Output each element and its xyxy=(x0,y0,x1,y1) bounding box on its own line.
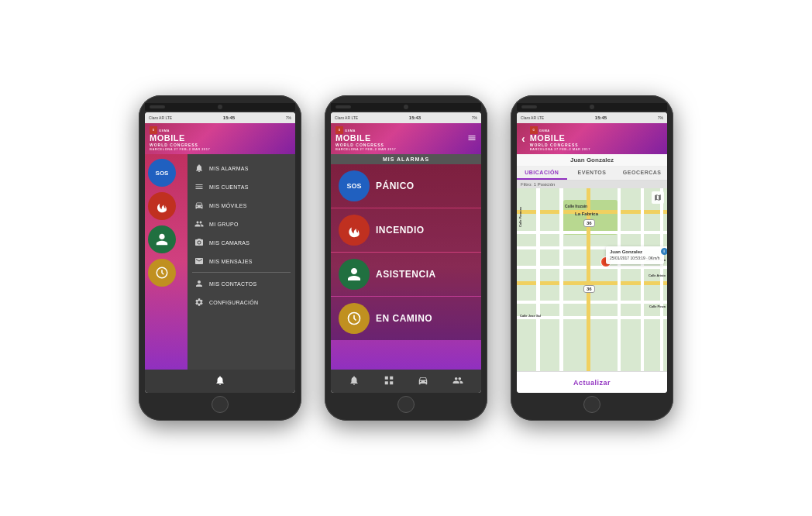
alarm-row-asistencia[interactable]: ASISTENCIA xyxy=(331,253,481,296)
app-header-1: G GSMA MOBILE WORLD CONGRESS BARCELONA 2… xyxy=(145,123,295,154)
status-bar-1: Claro AR LTE 15:45 7% xyxy=(145,112,295,123)
sos-button[interactable]: SOS xyxy=(148,159,176,187)
incendio-btn[interactable] xyxy=(339,215,370,246)
map-overlay-btn[interactable] xyxy=(652,191,664,204)
gsma-text-3: GSMA xyxy=(539,129,550,132)
tab-alarm[interactable] xyxy=(208,372,232,391)
phone-1: Claro AR LTE 15:45 7% G GSMA MOBILE WORL… xyxy=(139,95,301,421)
map-label-fabrica: La Fabrica xyxy=(575,212,598,216)
alarm-row-encamino[interactable]: EN CAMINO xyxy=(331,297,481,340)
alarm-row-panico[interactable]: SOS PÁNICO xyxy=(331,164,481,208)
user-name-bar: Juan Gonzalez xyxy=(517,154,667,167)
alarms-list: SOS PÁNICO INCENDIO ASISTENCIA xyxy=(331,164,481,370)
phone-camera-2 xyxy=(404,105,408,109)
tab2-alarm[interactable] xyxy=(342,372,366,391)
time-2: 15:43 xyxy=(409,115,421,120)
app-header-2: G GSMA MOBILE WORLD CONGRESS BARCELONA 2… xyxy=(331,123,481,154)
filter-text: Filtro: 1 Posición xyxy=(521,182,555,187)
barcelona-date-3: BARCELONA 27 FEB–2 MAR 2017 xyxy=(530,147,590,151)
account-icon xyxy=(194,181,205,192)
map-label-paracas: Calle Paracas xyxy=(518,207,522,227)
barcelona-date-1: BARCELONA 27 FEB–2 MAR 2017 xyxy=(150,147,210,151)
carrier-3: Claro AR LTE xyxy=(521,115,544,120)
phone-2-screen: Claro AR LTE 15:43 7% G GSMA MOBILE WORL… xyxy=(331,112,481,393)
drawer-label-mensajes: MIS MENSAJES xyxy=(209,259,253,264)
alarm-row-incendio[interactable]: INCENDIO xyxy=(331,208,481,252)
logo-block-1: G GSMA MOBILE WORLD CONGRESS BARCELONA 2… xyxy=(150,126,210,151)
barcelona-date-2: BARCELONA 27 FEB–2 MAR 2017 xyxy=(335,147,396,151)
drawer-menu: MIS ALARMAS MIS CUENTAS MIS MÓVILES xyxy=(188,154,295,370)
tab-bar-2 xyxy=(331,370,481,393)
time-3: 15:45 xyxy=(595,115,607,120)
phone-home-3[interactable] xyxy=(583,396,600,413)
encamino-btn[interactable] xyxy=(339,303,370,334)
drawer-item-cuentas[interactable]: MIS CUENTAS xyxy=(188,177,295,196)
logo-block-3: G GSMA MOBILE WORLD CONGRESS BARCELONA 2… xyxy=(530,126,590,151)
carrier-2: Claro AR LTE xyxy=(335,115,358,120)
panico-btn[interactable]: SOS xyxy=(339,170,370,201)
map-label-ituzain: Calle Ituzain xyxy=(565,204,587,208)
route-badge-2: 36 xyxy=(583,285,595,293)
logo-block-2: G GSMA MOBILE WORLD CONGRESS BARCELONA 2… xyxy=(335,126,396,151)
info-icon: i xyxy=(661,248,668,255)
time-1: 15:45 xyxy=(223,115,235,120)
phone-home-1[interactable] xyxy=(212,396,229,413)
battery-1: 7% xyxy=(286,115,291,120)
fire-button[interactable] xyxy=(148,192,176,220)
menu-button-2[interactable] xyxy=(467,133,477,144)
back-button[interactable]: ‹ xyxy=(521,132,525,145)
drawer-label-alarmas: MIS ALARMAS xyxy=(209,166,249,171)
contact-icon xyxy=(194,278,205,289)
mobile-title-2: MOBILE xyxy=(335,134,371,143)
update-button[interactable]: Actualizar xyxy=(517,371,667,393)
map-label-jose: Calle Jose Sal xyxy=(520,314,541,318)
tab-ubicacion[interactable]: UBICACIÓN xyxy=(517,167,567,180)
drawer-item-mensajes[interactable]: MIS MENSAJES xyxy=(188,252,295,270)
message-icon xyxy=(194,256,205,267)
asistencia-btn[interactable] xyxy=(339,259,370,290)
drawer-label-cuentas: MIS CUENTAS xyxy=(209,184,249,190)
drawer-item-config[interactable]: CONFIGURACIÓN xyxy=(188,293,295,311)
phone-camera-3 xyxy=(590,105,594,109)
status-bar-3: Claro AR LTE 15:45 7% xyxy=(517,112,667,123)
assist-button[interactable] xyxy=(148,225,176,253)
map-info-box: Juan Gonzalez 25/01/2017 10:53:19 · 0Km/… xyxy=(606,246,664,264)
drawer-item-contactos[interactable]: MIS CONTACTOS xyxy=(188,274,295,293)
camera-icon xyxy=(194,237,205,248)
drawer-label-camaras: MIS CAMARAS xyxy=(209,240,249,246)
tab2-grid[interactable] xyxy=(377,372,401,391)
map-label-aristo: Calle Aristo xyxy=(649,273,666,277)
drawer-item-alarmas[interactable]: MIS ALARMAS xyxy=(188,159,295,177)
drawer-item-camaras[interactable]: MIS CAMARAS xyxy=(188,233,295,252)
battery-3: 7% xyxy=(658,115,663,120)
road-button[interactable] xyxy=(148,259,176,287)
map-tabs: UBICACIÓN EVENTOS GEOCERCAS xyxy=(517,167,667,181)
map-label-pinza: Calle Pinza xyxy=(649,304,666,308)
sidebar-buttons: SOS xyxy=(145,154,188,370)
phone-3-screen: Claro AR LTE 15:45 7% ‹ G GSMA MOBILE WO… xyxy=(517,112,667,393)
phone-home-2[interactable] xyxy=(397,396,415,413)
filter-bar: Filtro: 1 Posición xyxy=(517,181,667,188)
tab2-group[interactable] xyxy=(446,372,470,391)
map-area: Calle Ituzain La Fabrica Calle Paracas a… xyxy=(517,188,667,371)
info-name: Juan Gonzalez xyxy=(610,249,660,256)
gsma-text-2: GSMA xyxy=(345,129,356,132)
tab-bar-1 xyxy=(145,370,295,393)
alarm-icon xyxy=(194,163,205,174)
drawer-item-moviles[interactable]: MIS MÓVILES xyxy=(188,196,295,215)
asistencia-label: ASISTENCIA xyxy=(376,269,436,280)
update-label: Actualizar xyxy=(573,379,611,387)
main-content-1: SOS MIS ALARMAS xyxy=(145,154,295,370)
phone-camera xyxy=(218,105,222,109)
app-header-3: ‹ G GSMA MOBILE WORLD CONGRESS BARCELONA… xyxy=(517,123,667,154)
mobile-title-3: MOBILE xyxy=(530,134,566,143)
drawer-item-grupo[interactable]: MI GRUPO xyxy=(188,215,295,233)
phone-2: Claro AR LTE 15:43 7% G GSMA MOBILE WORL… xyxy=(325,95,487,421)
info-date: 25/01/2017 10:53:19 · 0Km/h xyxy=(610,256,660,262)
tab2-car[interactable] xyxy=(411,372,435,391)
tab-geocercas[interactable]: GEOCERCAS xyxy=(617,167,667,180)
carrier-1: Claro AR LTE xyxy=(149,115,172,120)
settings-icon xyxy=(194,297,205,308)
tab-eventos[interactable]: EVENTOS xyxy=(567,167,618,180)
battery-2: 7% xyxy=(472,115,477,120)
